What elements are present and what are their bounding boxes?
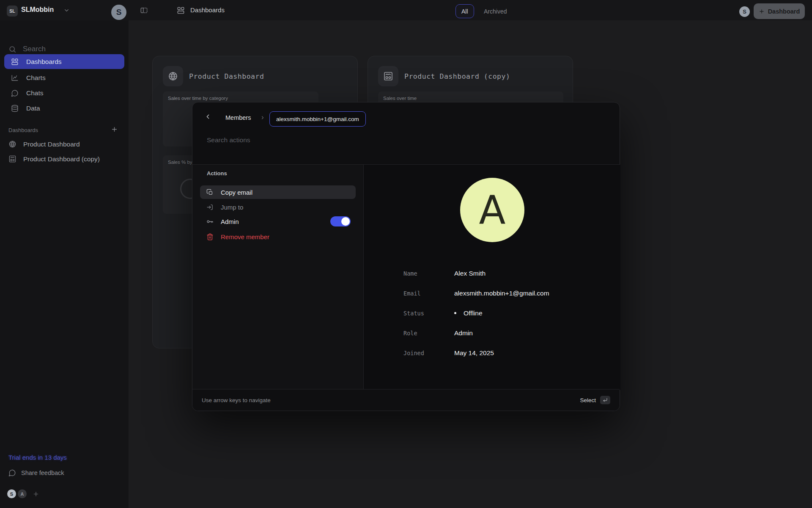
workspace-name[interactable]: SLMobbin (21, 6, 54, 14)
field-value: Offline (454, 309, 483, 317)
sidebar-doc-label: Product Dashboard (23, 141, 80, 148)
card-title: Product Dashboard (189, 72, 264, 80)
member-context-badge[interactable]: alexsmith.mobbin+1@gmail.com (269, 111, 366, 127)
navigation-hint: Use arrow keys to navigate (202, 397, 271, 403)
field-role: Role Admin (403, 323, 549, 343)
field-email: Email alexsmith.mobbin+1@gmail.com (403, 283, 549, 303)
trial-banner[interactable]: Trial ends in 13 days (8, 454, 67, 461)
sidebar-item-label: Charts (26, 74, 46, 82)
back-icon[interactable] (204, 113, 211, 120)
breadcrumb: Dashboards (190, 6, 225, 14)
chevron-right-icon (260, 115, 265, 120)
member-avatar: A (460, 178, 524, 242)
modal-breadcrumb[interactable]: Members (225, 114, 251, 121)
admin-toggle[interactable] (330, 216, 351, 226)
actions-header: Actions (207, 170, 227, 177)
card-title: Product Dashboard (copy) (404, 72, 510, 80)
key-icon (206, 218, 214, 225)
action-remove-member[interactable]: Remove member (200, 230, 356, 243)
chat-icon (11, 89, 19, 97)
field-value: Admin (454, 329, 473, 337)
section-title: Dashboards (8, 127, 38, 133)
field-value: Alex Smith (454, 270, 486, 277)
chevron-down-icon[interactable] (63, 7, 70, 14)
action-admin[interactable]: Admin (200, 215, 356, 228)
share-feedback-label: Share feedback (21, 469, 64, 476)
chart-preview-label: Sales over time (383, 96, 417, 101)
app-logo[interactable]: S (111, 5, 126, 20)
action-jump-to[interactable]: Jump to (200, 200, 356, 214)
enter-key-icon (600, 396, 610, 404)
sidebar-item-label: Data (26, 105, 40, 112)
new-dashboard-button[interactable]: Dashboard (754, 3, 805, 19)
sidebar-item-chats[interactable]: Chats (4, 86, 124, 100)
action-label: Admin (221, 218, 239, 225)
topbar: SL SLMobbin S Dashboards All Archived S … (0, 0, 812, 20)
workspace-initials-badge[interactable]: SL (7, 6, 18, 17)
search-input[interactable] (23, 45, 107, 53)
dashboards-icon (11, 58, 19, 66)
avatar[interactable]: A (18, 489, 27, 498)
modal-footer: Use arrow keys to navigate Select (192, 389, 620, 411)
trash-icon (206, 233, 214, 240)
tab-all[interactable]: All (455, 4, 474, 18)
member-command-modal: Members alexsmith.mobbin+1@gmail.com Act… (192, 102, 620, 411)
member-avatars: S A (7, 489, 39, 498)
toggle-knob (341, 217, 350, 226)
select-button[interactable]: Select (580, 396, 610, 404)
field-label: Joined (403, 350, 454, 356)
globe-icon (163, 66, 183, 86)
plus-icon (759, 8, 765, 14)
sidebar-doc-product-dashboard[interactable]: Product Dashboard (8, 140, 80, 148)
add-dashboard-icon[interactable] (111, 126, 118, 133)
field-status: Status Offline (403, 303, 549, 323)
field-label: Status (403, 310, 454, 317)
feedback-bubble-icon (8, 469, 16, 477)
account-avatar[interactable]: S (739, 6, 750, 17)
field-label: Email (403, 290, 454, 297)
status-text: Offline (464, 309, 483, 317)
globe-icon (8, 140, 16, 148)
avatar[interactable]: S (7, 489, 16, 498)
dashboard-icon (378, 66, 398, 86)
database-icon (11, 105, 19, 112)
sidebar-item-dashboards[interactable]: Dashboards (4, 54, 124, 69)
action-copy-email[interactable]: Copy email (200, 185, 356, 199)
sidebar-item-data[interactable]: Data (4, 101, 124, 116)
action-label: Remove member (221, 233, 269, 240)
status-dot (454, 312, 456, 314)
chart-preview-label: Sales over time by category (168, 96, 228, 101)
field-value: May 14, 2025 (454, 349, 494, 357)
field-joined: Joined May 14, 2025 (403, 343, 549, 363)
new-dashboard-label: Dashboard (768, 8, 800, 15)
field-label: Role (403, 330, 454, 337)
sidebar-toggle-icon[interactable] (140, 6, 148, 14)
actions-panel: Actions Copy email Jump to A (192, 165, 363, 390)
actions-search-input[interactable] (207, 136, 461, 144)
action-label: Copy email (221, 189, 252, 196)
sidebar-item-label: Dashboards (26, 58, 62, 66)
sidebar: Dashboards Charts Chats Data Dashboards (0, 20, 129, 508)
chart-icon (11, 74, 19, 82)
dashboards-breadcrumb-icon (177, 6, 185, 14)
tab-archived[interactable]: Archived (480, 4, 511, 18)
avatar-letter: A (479, 188, 506, 233)
select-label: Select (580, 397, 596, 403)
member-detail-panel: A Name Alex Smith Email alexsmith.mobbin… (364, 165, 620, 390)
field-label: Name (403, 270, 454, 277)
action-label: Jump to (221, 204, 243, 211)
invite-member-icon[interactable] (33, 491, 39, 497)
member-fields: Name Alex Smith Email alexsmith.mobbin+1… (403, 263, 549, 363)
jump-to-icon (206, 204, 214, 211)
sidebar-item-charts[interactable]: Charts (4, 70, 124, 85)
field-name: Name Alex Smith (403, 263, 549, 283)
dashboard-icon (8, 155, 16, 163)
sidebar-doc-product-dashboard-copy[interactable]: Product Dashboard (copy) (8, 155, 100, 163)
share-feedback-button[interactable]: Share feedback (8, 469, 64, 477)
sidebar-item-label: Chats (26, 89, 44, 97)
copy-icon (206, 189, 214, 196)
sidebar-search[interactable] (8, 45, 120, 53)
sidebar-doc-label: Product Dashboard (copy) (23, 155, 100, 163)
field-value: alexsmith.mobbin+1@gmail.com (454, 290, 549, 297)
search-icon (8, 45, 16, 53)
